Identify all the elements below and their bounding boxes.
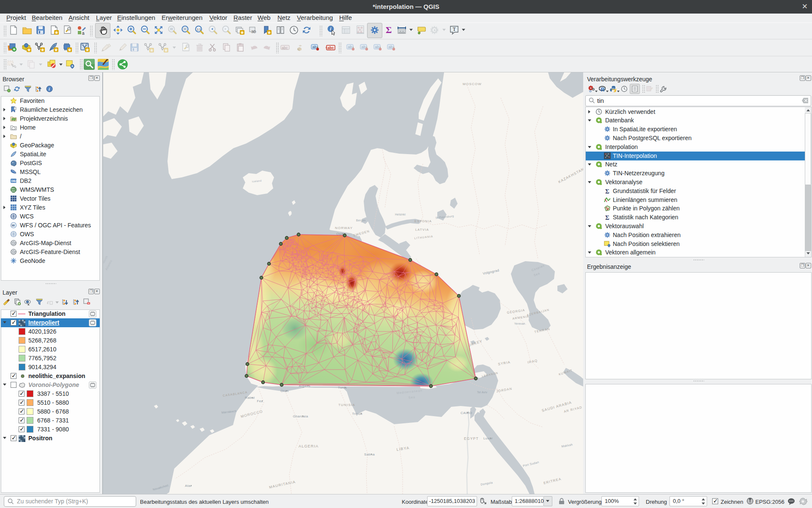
svg-text:Oran: Oran xyxy=(280,389,288,393)
svg-text:ab: ab xyxy=(348,45,352,49)
svg-text:Sabha: Sabha xyxy=(364,453,375,456)
svg-text:abc: abc xyxy=(282,46,288,50)
svg-text:Tripoli: Tripoli xyxy=(352,412,362,416)
svg-text:ab: ab xyxy=(375,45,379,49)
svg-text:Fez: Fez xyxy=(257,399,263,403)
svg-text:R: R xyxy=(601,87,605,92)
svg-text:DB2: DB2 xyxy=(11,179,17,182)
svg-text:TUNISIA: TUNISIA xyxy=(338,403,355,407)
svg-text:Σ: Σ xyxy=(605,188,609,194)
svg-text:Rabat: Rabat xyxy=(245,396,255,400)
svg-text:W: W xyxy=(12,224,15,227)
svg-text:Atar: Atar xyxy=(185,484,192,488)
svg-text:ab: ab xyxy=(389,45,393,49)
svg-text:Σ: Σ xyxy=(605,214,609,221)
svg-text:Tel Aviv: Tel Aviv xyxy=(477,391,488,394)
svg-text:Helsinki: Helsinki xyxy=(395,213,406,216)
svg-text:ab: ab xyxy=(313,45,317,49)
svg-text:Ghardaia: Ghardaia xyxy=(293,414,308,418)
svg-text:ALGERIA: ALGERIA xyxy=(299,444,318,448)
svg-text:i: i xyxy=(49,87,50,91)
svg-text:MOSCOW: MOSCOW xyxy=(463,82,482,86)
svg-text:CAIRO: CAIRO xyxy=(461,411,472,415)
svg-text:Tunis: Tunis xyxy=(338,386,347,389)
svg-text:LATVIA: LATVIA xyxy=(415,228,429,232)
svg-text:Yerevan: Yerevan xyxy=(514,322,525,325)
svg-text:3D: 3D xyxy=(251,30,256,34)
svg-text:ESTONIA: ESTONIA xyxy=(414,219,432,223)
svg-text:Σ: Σ xyxy=(386,25,392,35)
svg-text:T: T xyxy=(453,26,456,32)
svg-text:ab: ab xyxy=(362,45,366,49)
svg-text:EGYPT: EGYPT xyxy=(464,436,479,441)
svg-text:Sea: Sea xyxy=(408,395,415,400)
svg-text:1:1: 1:1 xyxy=(197,28,201,31)
svg-text:Luxor: Luxor xyxy=(483,436,493,440)
svg-text:NORWAY: NORWAY xyxy=(335,226,353,230)
svg-text:Bergen: Bergen xyxy=(356,219,366,222)
svg-text:abc: abc xyxy=(327,46,334,50)
svg-text:a: a xyxy=(82,31,85,35)
svg-text:ε: ε xyxy=(47,299,49,305)
